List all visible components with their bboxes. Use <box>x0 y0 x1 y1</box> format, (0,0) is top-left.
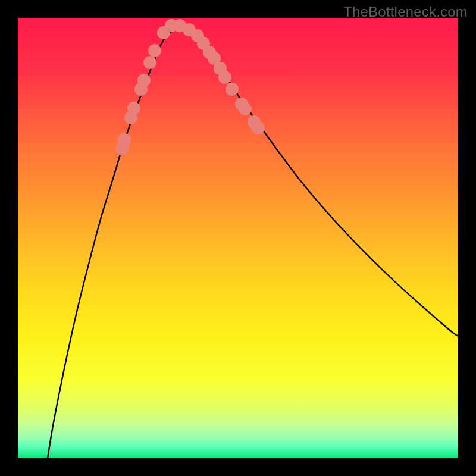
chart-frame <box>18 18 458 458</box>
svg-rect-0 <box>18 18 458 458</box>
background-gradient <box>18 18 458 458</box>
